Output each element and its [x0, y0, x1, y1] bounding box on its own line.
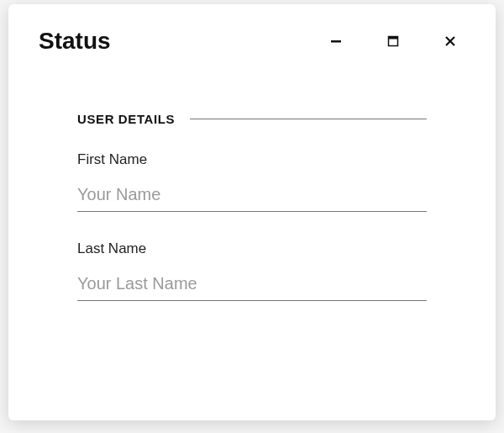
- window-title: Status: [39, 28, 111, 55]
- close-button[interactable]: [442, 33, 459, 50]
- close-icon: [444, 34, 457, 48]
- first-name-label: First Name: [77, 151, 427, 168]
- form-content: USER DETAILS First Name Last Name: [39, 55, 465, 301]
- section-divider: [190, 119, 427, 119]
- minimize-button[interactable]: [328, 33, 344, 50]
- window-controls: [328, 33, 465, 50]
- minimize-icon: [329, 34, 343, 48]
- first-name-input[interactable]: [77, 182, 427, 212]
- titlebar: Status: [39, 28, 465, 55]
- last-name-input[interactable]: [77, 271, 427, 301]
- last-name-field: Last Name: [77, 240, 427, 301]
- svg-rect-2: [389, 37, 398, 40]
- section-title: USER DETAILS: [77, 112, 175, 126]
- maximize-button[interactable]: [385, 33, 402, 50]
- maximize-icon: [386, 34, 400, 48]
- section-header: USER DETAILS: [77, 112, 427, 126]
- last-name-label: Last Name: [77, 240, 427, 257]
- window: Status USER DETAILS First Name Last Name: [8, 4, 496, 420]
- svg-rect-0: [331, 40, 341, 43]
- first-name-field: First Name: [77, 151, 427, 212]
